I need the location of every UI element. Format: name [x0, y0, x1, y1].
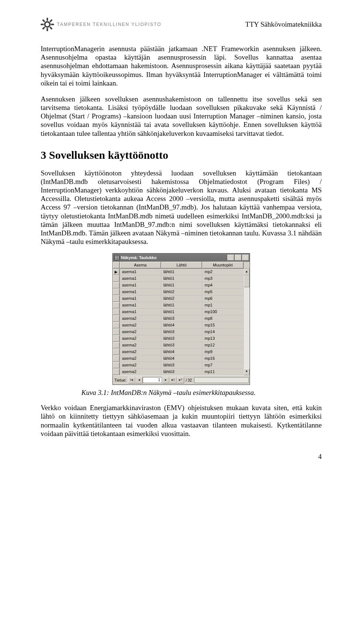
row-marker[interactable] — [113, 342, 120, 349]
row-marker[interactable] — [113, 275, 120, 282]
cell-lahto[interactable]: lähtö3 — [161, 335, 203, 342]
row-marker[interactable] — [113, 302, 120, 309]
cell-asema[interactable]: asema2 — [120, 349, 161, 355]
cell-lahto[interactable]: lähtö4 — [161, 355, 203, 362]
nav-next-button[interactable]: ▸ — [162, 377, 169, 383]
table-row[interactable]: asema2lähtö4mp9 — [113, 349, 244, 355]
row-marker[interactable] — [113, 369, 120, 375]
cell-lahto[interactable]: lähtö1 — [161, 302, 203, 309]
cell-asema[interactable]: asema1 — [120, 302, 161, 309]
table-row[interactable]: asema1lähtö2mp5 — [113, 289, 244, 295]
table-row[interactable]: ▶asema1lähtö1mp2 — [113, 269, 244, 275]
table-row[interactable]: asema1lähtö2mp6 — [113, 295, 244, 302]
column-header-asema[interactable]: Asema — [120, 262, 161, 268]
nav-prev-button[interactable]: ◂ — [135, 377, 143, 383]
nav-last-button[interactable]: ▸I — [169, 377, 177, 383]
cell-lahto[interactable]: lähtö1 — [161, 275, 203, 282]
table-row[interactable]: asema2lähtö3mp12 — [113, 342, 244, 349]
cell-lahto[interactable]: lähtö3 — [161, 315, 203, 322]
row-marker[interactable] — [113, 309, 120, 315]
vertical-scrollbar[interactable]: ▲ ▼ — [244, 269, 250, 375]
table-row[interactable]: asema2lähtö3mp7 — [113, 362, 244, 369]
table-row[interactable]: asema1lähtö1mp1 — [113, 302, 244, 309]
horizontal-scrollbar[interactable] — [194, 377, 249, 383]
scroll-up-button[interactable]: ▲ — [244, 269, 250, 275]
cell-mp[interactable]: mp15 — [202, 322, 244, 329]
table-row[interactable]: asema1lähtö1mp100 — [113, 309, 244, 315]
cell-mp[interactable]: mp5 — [202, 289, 244, 295]
cell-asema[interactable]: asema2 — [120, 369, 161, 375]
cell-asema[interactable]: asema2 — [120, 355, 161, 362]
row-marker[interactable] — [113, 335, 120, 342]
row-marker[interactable] — [113, 322, 120, 329]
cell-lahto[interactable]: lähtö3 — [161, 369, 203, 375]
cell-mp[interactable]: mp8 — [202, 315, 244, 322]
table-row[interactable]: asema2lähtö3mp14 — [113, 329, 244, 335]
cell-asema[interactable]: asema2 — [120, 315, 161, 322]
cell-mp[interactable]: mp11 — [202, 369, 244, 375]
cell-asema[interactable]: asema2 — [120, 342, 161, 349]
row-marker[interactable] — [113, 362, 120, 369]
cell-mp[interactable]: mp3 — [202, 275, 244, 282]
row-marker[interactable] — [113, 349, 120, 355]
nav-first-button[interactable]: I◂ — [128, 377, 135, 383]
cell-mp[interactable]: mp14 — [202, 329, 244, 335]
record-number-field[interactable]: 1 — [143, 377, 162, 383]
cell-lahto[interactable]: lähtö2 — [161, 295, 203, 302]
column-header-muuntopiiri[interactable]: Muuntopiiri — [202, 262, 244, 268]
cell-lahto[interactable]: lähtö3 — [161, 342, 203, 349]
cell-asema[interactable]: asema1 — [120, 309, 161, 315]
column-header-lahto[interactable]: Lähtö — [161, 262, 203, 268]
row-marker[interactable] — [113, 282, 120, 289]
cell-lahto[interactable]: lähtö1 — [161, 269, 203, 275]
cell-mp[interactable]: mp100 — [202, 309, 244, 315]
scroll-track[interactable] — [244, 275, 250, 369]
cell-asema[interactable]: asema2 — [120, 322, 161, 329]
cell-asema[interactable]: asema1 — [120, 289, 161, 295]
minimize-button[interactable]: _ — [227, 255, 234, 261]
cell-asema[interactable]: asema2 — [120, 335, 161, 342]
row-marker[interactable] — [113, 289, 120, 295]
table-row[interactable]: asema2lähtö3mp11 — [113, 369, 244, 375]
cell-mp[interactable]: mp9 — [202, 349, 244, 355]
scroll-thumb[interactable] — [244, 275, 250, 287]
row-marker[interactable] — [113, 315, 120, 322]
cell-asema[interactable]: asema1 — [120, 295, 161, 302]
cell-mp[interactable]: mp12 — [202, 342, 244, 349]
cell-asema[interactable]: asema1 — [120, 275, 161, 282]
table-row[interactable]: asema2lähtö4mp15 — [113, 322, 244, 329]
close-button[interactable]: × — [242, 255, 249, 261]
cell-asema[interactable]: asema2 — [120, 362, 161, 369]
cell-mp[interactable]: mp6 — [202, 295, 244, 302]
cell-lahto[interactable]: lähtö4 — [161, 322, 203, 329]
row-marker[interactable] — [113, 329, 120, 335]
cell-asema[interactable]: asema2 — [120, 329, 161, 335]
cell-mp[interactable]: mp1 — [202, 302, 244, 309]
table-row[interactable]: asema2lähtö3mp8 — [113, 315, 244, 322]
cell-asema[interactable]: asema1 — [120, 282, 161, 289]
row-marker[interactable]: ▶ — [113, 269, 120, 275]
cell-lahto[interactable]: lähtö3 — [161, 329, 203, 335]
row-marker[interactable] — [113, 295, 120, 302]
cell-mp[interactable]: mp16 — [202, 355, 244, 362]
window-titlebar[interactable]: Näkymä: Taulukko _ □ × — [113, 254, 250, 262]
cell-lahto[interactable]: lähtö2 — [161, 289, 203, 295]
table-row[interactable]: asema2lähtö4mp16 — [113, 355, 244, 362]
cell-mp[interactable]: mp7 — [202, 362, 244, 369]
table-row[interactable]: asema2lähtö3mp13 — [113, 335, 244, 342]
table-row[interactable]: asema1lähtö1mp3 — [113, 275, 244, 282]
cell-lahto[interactable]: lähtö1 — [161, 282, 203, 289]
cell-lahto[interactable]: lähtö1 — [161, 309, 203, 315]
cell-mp[interactable]: mp4 — [202, 282, 244, 289]
row-marker-header[interactable] — [113, 262, 120, 268]
scroll-down-button[interactable]: ▼ — [244, 369, 250, 375]
cell-mp[interactable]: mp13 — [202, 335, 244, 342]
maximize-button[interactable]: □ — [235, 255, 241, 261]
table-row[interactable]: asema1lähtö1mp4 — [113, 282, 244, 289]
cell-asema[interactable]: asema1 — [120, 269, 161, 275]
cell-mp[interactable]: mp2 — [202, 269, 244, 275]
cell-lahto[interactable]: lähtö3 — [161, 362, 203, 369]
nav-new-button[interactable]: ▸* — [177, 377, 184, 383]
cell-lahto[interactable]: lähtö4 — [161, 349, 203, 355]
row-marker[interactable] — [113, 355, 120, 362]
